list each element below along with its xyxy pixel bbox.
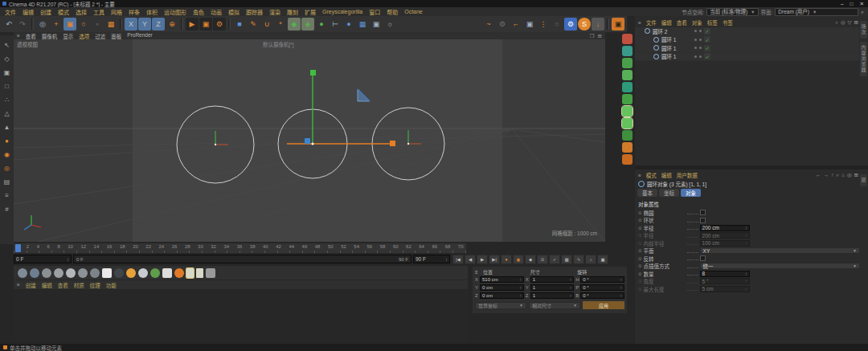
object-manager-menu-item[interactable]: 文件 — [646, 18, 657, 27]
menu-item[interactable]: 创建 — [37, 8, 55, 16]
rotation-input[interactable]: 0 °↕ — [580, 276, 624, 283]
material-menu-item[interactable]: 编辑 — [42, 281, 52, 289]
redo-icon[interactable]: ↷ — [16, 18, 29, 31]
panel-icon[interactable]: ⊞ — [598, 33, 602, 39]
menu-item[interactable]: 样条 — [125, 8, 143, 16]
dock-tab-layers[interactable]: 层 — [860, 174, 867, 186]
object-manager-menu-item[interactable]: 书签 — [723, 18, 733, 27]
enabled-check-icon[interactable]: ✓ — [704, 53, 710, 59]
lock-x-axis-icon[interactable]: X — [125, 18, 137, 31]
menu-item[interactable]: 工具 — [90, 8, 108, 16]
menu-item[interactable]: 跟踪器 — [243, 8, 266, 16]
checkbox[interactable] — [700, 255, 706, 261]
value-dropdown[interactable]: 统一▼ — [700, 263, 860, 269]
palette-green-icon[interactable] — [622, 118, 633, 129]
object-name[interactable]: 圆环 2 — [653, 27, 667, 35]
current-frame-spinner[interactable]: 0 F↕ — [14, 255, 72, 263]
octane-render-icon[interactable]: ▣ — [612, 18, 624, 31]
scale-icon[interactable]: ▣ — [63, 18, 76, 31]
menu-item[interactable]: 模拟 — [225, 8, 243, 16]
rotation-input[interactable]: 0 °↕ — [580, 292, 624, 299]
coordinate-space-select[interactable]: 世界坐标▼ — [475, 302, 526, 309]
spinner-arrows-icon[interactable]: ↕ — [519, 277, 522, 282]
menu-item[interactable]: 帮助 — [383, 8, 401, 16]
undo-icon[interactable]: ↶ — [2, 18, 15, 31]
menu-item[interactable]: 渲染 — [266, 8, 284, 16]
object-row[interactable]: 圆环 1 ✓ — [635, 36, 859, 45]
viewport-menu-item[interactable]: 选项 — [79, 32, 89, 40]
menu-item[interactable]: 动画 — [207, 8, 225, 16]
record-scale-button[interactable]: ⊙ — [537, 255, 548, 264]
menu-item[interactable]: Octane — [401, 9, 426, 14]
keyframe-dot[interactable]: ⊙ — [638, 226, 642, 231]
object-row[interactable]: 圆环 2 ✓ — [635, 27, 859, 36]
move-icon[interactable]: + — [50, 18, 63, 31]
visibility-dot[interactable] — [694, 39, 697, 41]
keyframe-dot[interactable]: ⊙ — [638, 279, 642, 284]
keyframe-dot[interactable]: ⊙ — [638, 241, 642, 246]
enabled-check-icon[interactable]: ✓ — [704, 28, 710, 35]
spinner-arrows-icon[interactable]: ↕ — [519, 285, 522, 290]
lock-y-axis-icon[interactable]: Y — [138, 18, 151, 31]
size-input[interactable]: 1↕ — [530, 292, 575, 299]
attribute-nav-icon[interactable]: ↑ — [831, 172, 833, 178]
backface-icon[interactable] — [114, 268, 124, 278]
palette-green-icon[interactable] — [622, 58, 633, 68]
gear-icon[interactable]: ⚙ — [564, 18, 577, 31]
object-name[interactable]: 圆环 1 — [661, 52, 676, 60]
hamburger-icon[interactable]: ≡ — [638, 20, 641, 26]
doc-play-icon[interactable] — [196, 268, 203, 278]
viewport-settings-icon[interactable]: ○ — [551, 18, 563, 31]
animation-mode-icon[interactable]: ◎ — [2, 163, 12, 173]
texture-mode-icon[interactable]: ▣ — [2, 67, 12, 78]
edges-mode-icon[interactable]: △ — [2, 108, 12, 119]
light-icon[interactable]: ☼ — [383, 18, 396, 31]
object-manager-tool-icon[interactable]: ⌕ — [835, 19, 838, 26]
record-parameter-button[interactable]: ▦ — [561, 255, 572, 264]
attribute-nav-icon[interactable]: ◎ — [847, 172, 852, 178]
enabled-check-icon[interactable]: ✓ — [704, 36, 710, 43]
attribute-tab[interactable]: 基本 — [637, 189, 657, 197]
workplane-mode-icon[interactable]: □ — [2, 81, 12, 92]
modeling-axis-icon[interactable]: ▦ — [104, 18, 117, 31]
default-light-icon[interactable] — [126, 268, 136, 278]
checkbox[interactable] — [700, 218, 706, 223]
dock-tab-takes[interactable]: 场次 — [860, 21, 867, 39]
record-position-button[interactable]: ◆ — [525, 255, 536, 264]
keyframe-dot[interactable]: ⊙ — [638, 263, 642, 268]
shading-sphere-icon[interactable] — [66, 268, 76, 278]
menu-item[interactable]: 文件 — [2, 8, 19, 16]
record-pla-button[interactable]: ∿ — [573, 255, 584, 264]
size-mode-select[interactable]: 相对尺寸▼ — [529, 302, 580, 309]
keyframe-dot[interactable]: ⊙ — [638, 233, 642, 238]
gizmo-center[interactable] — [312, 143, 314, 145]
rotate-icon[interactable]: ○ — [77, 18, 90, 31]
palette-teal-icon[interactable] — [622, 82, 633, 92]
value-spinner[interactable]: 100 cm↕ — [700, 240, 750, 247]
gizmo-z-handle[interactable] — [305, 138, 310, 144]
visibility-dot[interactable] — [699, 30, 702, 32]
timeline-ruler[interactable]: 0246810121416182022242628303234363840424… — [14, 243, 466, 253]
snap-toggle-icon[interactable]: # — [2, 204, 12, 214]
value-spinner[interactable]: 8↕ — [700, 271, 750, 277]
spinner-arrows-icon[interactable]: ↕ — [570, 293, 572, 298]
convert-icon[interactable]: ↖ — [2, 40, 12, 51]
visibility-dot[interactable] — [694, 30, 697, 32]
attribute-nav-icon[interactable]: ⌕ — [836, 172, 839, 178]
ir-region-icon[interactable]: ▣ — [523, 18, 536, 31]
end-frame-spinner[interactable]: 90 F↕ — [413, 255, 450, 263]
search-icon[interactable]: ⌕ — [861, 9, 864, 15]
spinner-arrows-icon[interactable]: ↕ — [745, 226, 747, 231]
substance-icon[interactable]: S — [578, 18, 591, 31]
object-name[interactable]: 圆环 1 — [661, 44, 676, 52]
record-settings-button[interactable]: ▣ — [597, 255, 608, 264]
attribute-tab[interactable]: 对象 — [681, 189, 701, 197]
viewport-canvas[interactable] — [14, 39, 605, 242]
value-dropdown[interactable]: XY▼ — [700, 247, 860, 254]
record-keyframe-button[interactable]: ● — [501, 255, 512, 264]
cluster-icon[interactable]: ● — [315, 18, 328, 31]
gizmo-x-handle[interactable] — [390, 141, 395, 146]
attribute-menu-item[interactable]: 编辑 — [661, 171, 672, 179]
value-spinner[interactable]: 200 cm↕ — [700, 232, 750, 239]
workplane-icon[interactable]: ⌐ — [510, 18, 522, 31]
